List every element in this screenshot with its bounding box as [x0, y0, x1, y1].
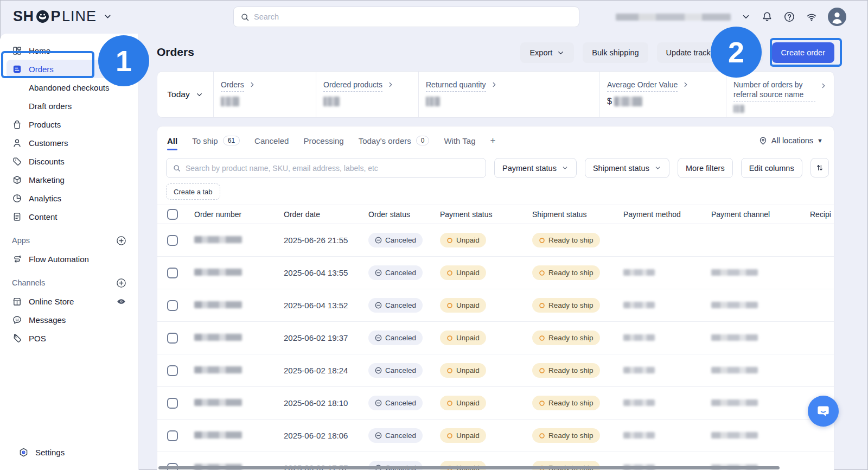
- row-checkbox[interactable]: [167, 268, 178, 278]
- canceled-icon: [375, 432, 382, 439]
- create-order-button[interactable]: Create order: [772, 42, 834, 63]
- tab-all[interactable]: All: [167, 136, 177, 145]
- create-a-tab-button[interactable]: Create a tab: [166, 183, 220, 200]
- shopline-logo[interactable]: SH P LINE: [13, 8, 112, 25]
- stat-average-order-value[interactable]: Average Order Value $: [600, 72, 726, 117]
- sidebar-item-label: Content: [29, 212, 58, 221]
- horizontal-scrollbar[interactable]: [158, 466, 780, 469]
- bulk-shipping-button[interactable]: Bulk shipping: [583, 42, 648, 63]
- sidebar-item-products[interactable]: Products: [7, 115, 132, 134]
- network-wifi-icon[interactable]: [806, 11, 818, 23]
- canceled-icon: [375, 399, 382, 407]
- orders-search-input[interactable]: [186, 164, 480, 173]
- stat-label: Average Order Value: [607, 80, 678, 92]
- topbar-right: [616, 8, 846, 26]
- row-checkbox[interactable]: [167, 430, 178, 441]
- orders-search[interactable]: [166, 158, 486, 178]
- row-checkbox[interactable]: [167, 398, 178, 409]
- select-all-checkbox[interactable]: [167, 209, 178, 220]
- sidebar-item-messages[interactable]: Messages: [7, 310, 132, 329]
- unpaid-icon: [446, 237, 453, 244]
- header-actions: Export Bulk shipping Update tracking num…: [520, 42, 834, 63]
- chevron-right-icon: [820, 82, 827, 90]
- tab-canceled[interactable]: Canceled: [254, 136, 289, 145]
- sidebar-item-content[interactable]: Content: [7, 207, 132, 226]
- ready-to-ship-icon: [539, 335, 545, 341]
- stat-orders[interactable]: Orders: [214, 72, 316, 117]
- row-checkbox[interactable]: [167, 333, 178, 344]
- location-filter[interactable]: All locations ▼: [758, 126, 823, 155]
- add-app-plus-icon[interactable]: [116, 236, 126, 246]
- notifications-bell-icon[interactable]: [761, 11, 773, 23]
- sort-button[interactable]: [810, 158, 829, 177]
- row-checkbox[interactable]: [167, 235, 178, 246]
- shipment-status-filter[interactable]: Shipment status: [585, 158, 669, 178]
- sidebar-section-channels: Channels: [7, 274, 132, 292]
- stat-orders-by-referral[interactable]: Number of orders by referral source name: [726, 72, 834, 117]
- order-date: 2025-06-02 18:06: [284, 431, 368, 440]
- payment-status-badge: Unpaid: [440, 363, 486, 378]
- table-row[interactable]: 2025-06-26 21:55 Canceled Unpaid Ready t…: [157, 224, 834, 257]
- table-row[interactable]: 2025-06-04 13:55 Canceled Unpaid Ready t…: [157, 257, 834, 289]
- stat-ordered-products[interactable]: Ordered products: [316, 72, 419, 117]
- store-name-redacted[interactable]: [616, 14, 731, 21]
- sidebar-item-online-store[interactable]: Online Store: [7, 292, 132, 310]
- shopping-bag-icon: [12, 119, 22, 130]
- section-label: Channels: [12, 278, 45, 287]
- row-checkbox[interactable]: [167, 300, 178, 311]
- add-tab-button[interactable]: +: [490, 135, 496, 146]
- tab-processing[interactable]: Processing: [303, 136, 343, 145]
- table-row[interactable]: 2025-06-04 13:52 Canceled Unpaid Ready t…: [157, 289, 834, 322]
- support-chat-button[interactable]: [808, 396, 839, 427]
- canceled-icon: [375, 367, 382, 374]
- payment-method-redacted: [623, 302, 655, 308]
- ready-to-ship-icon: [539, 270, 545, 276]
- sidebar-item-customers[interactable]: Customers: [7, 134, 132, 152]
- row-checkbox[interactable]: [167, 365, 178, 376]
- chevron-right-icon: [490, 81, 498, 88]
- sidebar-item-label: Messages: [29, 315, 66, 325]
- order-status-badge: Canceled: [368, 363, 423, 378]
- table-row[interactable]: 2025-06-02 18:24 Canceled Unpaid Ready t…: [157, 354, 834, 387]
- chevron-down-icon[interactable]: [741, 12, 751, 22]
- tab-todays-orders[interactable]: Today's orders 0: [359, 136, 430, 145]
- eye-visibility-icon[interactable]: [116, 296, 126, 307]
- tab-with-tag[interactable]: With Tag: [444, 136, 475, 145]
- global-search-input[interactable]: [254, 12, 572, 21]
- more-filters-button[interactable]: More filters: [678, 158, 733, 178]
- stat-label: Returned quantity: [426, 80, 486, 92]
- shipment-status-badge: Ready to ship: [532, 363, 600, 378]
- canceled-icon: [375, 269, 382, 276]
- account-avatar[interactable]: [828, 8, 846, 26]
- search-icon: [173, 164, 181, 173]
- global-search[interactable]: [233, 7, 579, 27]
- order-status-badge: Canceled: [368, 233, 423, 247]
- sidebar-item-settings[interactable]: Settings: [13, 443, 125, 461]
- sidebar-item-discounts[interactable]: Discounts: [7, 152, 132, 170]
- tab-to-ship[interactable]: To ship 61: [192, 136, 240, 145]
- table-row[interactable]: 2025-06-02 18:06 Canceled Unpaid Ready t…: [157, 420, 834, 452]
- chat-icon: [816, 404, 831, 418]
- add-channel-plus-icon[interactable]: [116, 278, 126, 288]
- export-button[interactable]: Export: [520, 42, 574, 63]
- document-icon: [12, 212, 22, 222]
- stat-value-redacted: [221, 97, 239, 106]
- sidebar-item-flow-automation[interactable]: Flow Automation: [7, 250, 132, 268]
- sidebar-item-draft-orders[interactable]: Draft orders: [7, 97, 132, 115]
- payment-status-filter[interactable]: Payment status: [494, 158, 577, 178]
- column-header-payment-status: Payment status: [440, 210, 532, 219]
- column-header-order-status: Order status: [368, 210, 440, 219]
- location-filter-label: All locations: [771, 136, 813, 145]
- sidebar-item-analytics[interactable]: Analytics: [7, 189, 132, 207]
- table-row[interactable]: 2025-06-02 19:37 Canceled Unpaid Ready t…: [157, 322, 834, 354]
- table-row[interactable]: 2025-06-02 18:10 Canceled Unpaid Ready t…: [157, 387, 834, 420]
- stat-returned-quantity[interactable]: Returned quantity: [419, 72, 600, 117]
- date-range-selector[interactable]: Today: [157, 72, 214, 117]
- order-status-badge: Canceled: [368, 298, 423, 313]
- chevron-down-icon[interactable]: [103, 12, 112, 21]
- sidebar-item-pos[interactable]: POS: [7, 329, 132, 347]
- sidebar-item-marketing[interactable]: Marketing: [7, 170, 132, 189]
- edit-columns-button[interactable]: Edit columns: [741, 158, 802, 178]
- unpaid-icon: [446, 335, 453, 341]
- help-icon[interactable]: [783, 11, 795, 23]
